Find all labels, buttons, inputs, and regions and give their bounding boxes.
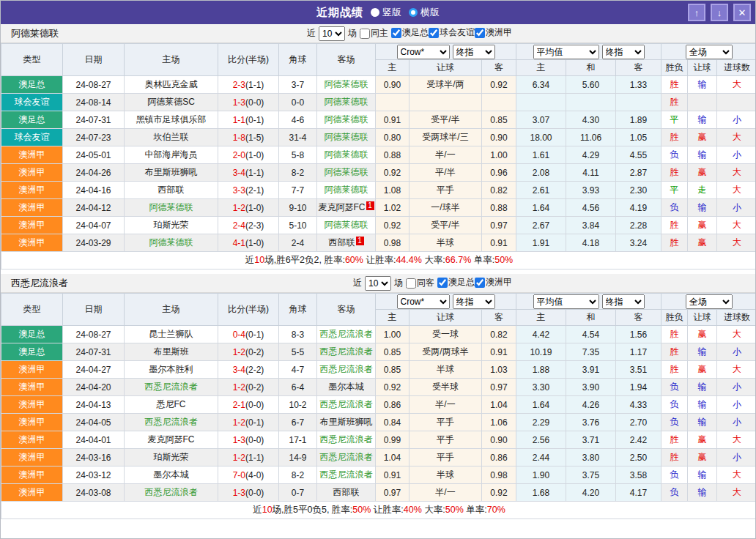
- recent-count-select[interactable]: 10: [365, 276, 391, 291]
- handicap-line: 半球: [410, 234, 482, 252]
- avg-away-odds: 4.17: [616, 484, 662, 502]
- sub-column-header: 主: [376, 310, 410, 326]
- league-filter-checkbox[interactable]: 球会友谊: [429, 26, 475, 39]
- move-down-button[interactable]: ↓: [711, 4, 728, 21]
- handicap-away-odds: 0.97: [482, 379, 516, 396]
- result-cell: 胜: [662, 76, 688, 94]
- same-venue-checkbox[interactable]: 同主: [360, 27, 388, 40]
- league-filter-checkbox-input[interactable]: [391, 28, 401, 38]
- match-row: 澳足总24-08-27奥林匹克金威2-3(1-1)3-7阿德莱德联0.90受球半…: [1, 76, 756, 94]
- league-badge-cell: 澳洲甲: [1, 414, 63, 431]
- league-badge-cell: 澳洲甲: [1, 449, 63, 466]
- goals-result-cell: 大: [717, 431, 756, 449]
- handicap-away-odds: 0.91: [482, 343, 516, 361]
- handicap-home-odds: 0.90: [376, 76, 410, 94]
- league-badge-cell: 澳洲甲: [1, 164, 63, 182]
- close-button[interactable]: ✕: [733, 4, 751, 21]
- recent-count-select[interactable]: 10: [319, 26, 345, 41]
- handicap-result-cell: 输: [688, 414, 717, 431]
- team-label: 中部海岸海员: [145, 149, 198, 160]
- halftime-score: (1-0): [245, 203, 264, 213]
- home-team-cell: 墨尔本胜利: [125, 361, 218, 379]
- fulltime-score: 7-0: [233, 470, 245, 480]
- fulltime-score: 1-2: [233, 347, 245, 357]
- avg-stage-select[interactable]: 终指: [602, 45, 645, 59]
- sub-column-header: 让球: [688, 310, 717, 326]
- team-label: 西部联: [158, 185, 185, 195]
- handicap-home-odds: 0.99: [376, 431, 410, 449]
- league-filter-checkbox-input[interactable]: [475, 28, 485, 38]
- move-up-button[interactable]: ↑: [688, 4, 705, 21]
- halftime-score: (1-0): [245, 238, 264, 248]
- halftime-score: (1-1): [245, 453, 264, 463]
- scope-select[interactable]: 全场: [686, 45, 733, 59]
- league-filter-checkbox[interactable]: 澳足总: [391, 26, 429, 39]
- team-label: 墨尔本城: [329, 382, 364, 392]
- date-cell: 24-07-31: [63, 343, 125, 361]
- avg-stage-select[interactable]: 终指: [602, 294, 645, 309]
- odds-stage-select[interactable]: 终指: [453, 294, 495, 309]
- date-cell: 24-08-27: [63, 326, 125, 343]
- bookmaker-select[interactable]: Crow*: [397, 294, 450, 309]
- avg-away-odds: 2.50: [616, 449, 662, 466]
- away-team-cell: 阿德莱德联: [317, 182, 376, 199]
- fulltime-score: 1-3: [233, 97, 245, 108]
- goals-result-cell: 大: [717, 361, 756, 379]
- radio-vertical-layout[interactable]: 竖版: [371, 6, 401, 19]
- away-team-cell: 西悉尼流浪者: [317, 396, 376, 414]
- away-team-cell: 西悉尼流浪者: [317, 326, 376, 343]
- away-team-cell: 布里斯班狮吼: [317, 414, 376, 431]
- league-filter-checkbox[interactable]: 澳洲甲: [475, 26, 512, 39]
- handicap-line: 受半球: [410, 379, 482, 396]
- date-cell: 24-04-27: [63, 361, 125, 379]
- radio-horizontal-layout[interactable]: 横版: [409, 6, 440, 19]
- same-venue-checkbox-input[interactable]: [360, 29, 370, 39]
- odds-stage-select[interactable]: 终指: [453, 45, 495, 59]
- goals-result-cell: 大: [717, 76, 756, 94]
- league-filter-checkbox[interactable]: 澳洲甲: [475, 276, 512, 289]
- result-cell: 胜: [662, 164, 688, 182]
- match-row: 澳洲甲24-03-16珀斯光荣1-2(1-1)14-9西悉尼流浪者1.04平手0…: [1, 449, 756, 466]
- red-card-badge: 1: [366, 201, 374, 210]
- goals-result-cell: 大: [717, 182, 756, 199]
- corners-cell: 10-2: [279, 396, 317, 414]
- summary-stat-value: 66.7%: [445, 255, 471, 265]
- fulltime-score: 1-1: [233, 115, 245, 125]
- handicap-line: 半球: [410, 361, 482, 379]
- column-header: 客场: [317, 44, 376, 76]
- away-team-cell: 阿德莱德联: [317, 94, 376, 111]
- handicap-away-odds: 0.82: [482, 182, 516, 199]
- team-label: 阿德莱德联: [325, 132, 368, 142]
- column-header: 类型: [1, 294, 63, 326]
- date-cell: 24-04-01: [63, 431, 125, 449]
- average-select[interactable]: 平均值: [533, 45, 599, 59]
- avg-draw-odds: 3.80: [566, 449, 616, 466]
- corners-cell: 3-7: [279, 76, 317, 94]
- bookmaker-select[interactable]: Crow*: [397, 45, 450, 59]
- result-cell: 胜: [662, 94, 688, 111]
- league-filter-checkbox-input[interactable]: [475, 278, 485, 288]
- handicap-line: 平/半: [410, 164, 482, 182]
- sub-column-header: 让球: [410, 310, 482, 326]
- handicap-result-cell: 赢: [688, 431, 717, 449]
- team-label: 珀斯光荣: [154, 220, 189, 230]
- avg-away-odds: 1.89: [616, 111, 662, 129]
- team-label: 西悉尼流浪者: [320, 469, 373, 480]
- fulltime-score: 1-2: [233, 417, 245, 428]
- handicap-home-odds: 0.92: [376, 217, 410, 234]
- result-cell: 负: [662, 414, 688, 431]
- home-team-cell: 阿德莱德SC: [125, 94, 218, 111]
- avg-home-odds: 1.91: [516, 234, 566, 252]
- league-filter-checkbox[interactable]: 澳足总: [437, 276, 475, 289]
- handicap-result-cell: 输: [688, 484, 717, 502]
- score-cell: 1-3(0-0): [218, 431, 279, 449]
- same-venue-checkbox[interactable]: 同客: [406, 277, 434, 289]
- home-team-cell: 中部海岸海员: [125, 146, 218, 164]
- average-select[interactable]: 平均值: [533, 294, 599, 309]
- scope-select[interactable]: 全场: [686, 294, 733, 309]
- same-venue-checkbox-input[interactable]: [406, 278, 416, 289]
- score-cell: 2-0(1-0): [218, 146, 279, 164]
- league-filter-checkbox-input[interactable]: [429, 28, 439, 38]
- league-filter-checkbox-input[interactable]: [437, 278, 448, 288]
- summary-row: 近10场,胜6平2负2, 胜率:60% 让胜率:44.4% 大率:66.7% 单…: [1, 252, 756, 270]
